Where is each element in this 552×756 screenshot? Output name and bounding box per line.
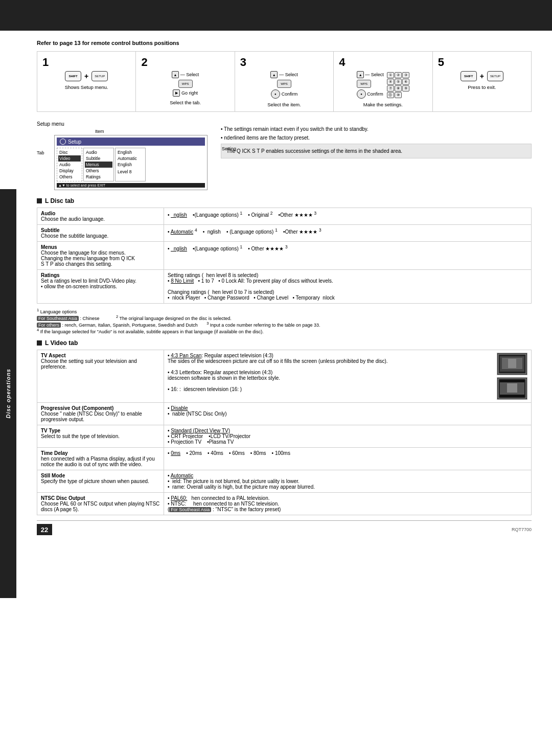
tvaspect-desc: Choose the setting suit your television …: [41, 358, 137, 370]
subtab-ratings[interactable]: Ratings: [85, 174, 112, 180]
pan-scan-svg: [498, 354, 526, 374]
model-number: RQT7700: [512, 527, 532, 532]
subtab-others[interactable]: Others: [85, 168, 112, 174]
num-2[interactable]: ②: [395, 72, 402, 78]
pan-scan-label: 4:3 Pan Scan: [171, 353, 201, 358]
num-1[interactable]: ①: [387, 72, 394, 78]
tvaspect-options-row: • 4:3 Pan Scan: Regular aspect televisio…: [168, 353, 527, 400]
shift-button[interactable]: SHIFT: [65, 71, 81, 81]
disc-subtitle-options: • Automatic 4 • nglish • (Language optio…: [164, 225, 531, 242]
tvtype-desc: Select to suit the type of television.: [41, 433, 120, 439]
page-number: 22: [37, 524, 52, 535]
item-label: Item: [95, 129, 211, 134]
confirm-btn-4[interactable]: ●: [357, 89, 366, 99]
step-3-icon-area: ▲ — Select WPS ● Confirm: [240, 71, 328, 99]
setting-auto: Automatic: [117, 155, 144, 162]
disc-bullet-icon: [37, 198, 42, 203]
video-row-ntsc: NTSC Disc Output Choose PAL 60 or NTSC o…: [37, 493, 532, 515]
numpad: ① ② ③ ④ ⑤ ⑥ ⑦ ⑧ ⑨ ⓪ ⑩: [387, 72, 409, 98]
num-5[interactable]: ⑤: [395, 79, 402, 85]
quick-setup-box: The Q ICK S T P enables successive setti…: [221, 144, 532, 158]
auto-label: Automatic: [171, 473, 193, 478]
timedelay-desc: hen connected with a Plasma display, adj…: [41, 456, 155, 467]
subtab-audio[interactable]: Audio: [85, 149, 112, 155]
setting-level8: Level 8: [117, 169, 144, 175]
step-1-num: 1: [42, 56, 130, 69]
video-row-progressive: Progressive Out (Component) Choose " nab…: [37, 403, 532, 425]
disc-operations-label: Disc operations: [5, 369, 11, 419]
menu-col1: Disc Video Audio Display Others: [57, 148, 82, 181]
video-row-timedelay: Time Delay hen connected with a Plasma d…: [37, 448, 532, 470]
step-2-icon-area: ▲ — Select WPS ▶ Go right: [141, 71, 229, 97]
step-4-icon-area: ▲ — Select WPS ● Confirm: [339, 71, 427, 99]
num-9[interactable]: ⑨: [402, 85, 409, 91]
setup-button[interactable]: SETUP: [91, 71, 108, 81]
others-label: For others: [37, 323, 61, 328]
setting-label: Setting: [222, 146, 236, 151]
tv-thumbnails: [497, 353, 527, 400]
confirm-btn-3[interactable]: ●: [271, 89, 280, 99]
setting-english2: English: [117, 162, 144, 168]
stillmode-item: Still Mode Specify the type of picture s…: [37, 470, 164, 493]
footnote-sea: For Southeast Asia : Chinese 2 The origi…: [37, 314, 532, 321]
step-1-icon-area: SHIFT + SETUP: [42, 71, 130, 81]
up-arrow[interactable]: ▲: [172, 71, 179, 78]
ntsc-title: NTSC Disc Output: [41, 495, 85, 501]
progressive-desc: Choose " nable (NTSC Disc Only)" to enab…: [41, 411, 142, 422]
step-5-label: Press to exit.: [438, 84, 526, 90]
setup-section: Setup menu Tab Item Setup Disc: [37, 121, 532, 190]
audio-english: _nglish: [171, 212, 187, 218]
right-arrow[interactable]: ▶: [173, 89, 180, 97]
disc-menus-title: Menus: [41, 244, 57, 250]
menu-grid: Disc Video Audio Display Others Audio Su…: [57, 148, 205, 181]
pal60-label: PAL60:: [171, 495, 187, 501]
plus-sign-1: +: [84, 72, 88, 80]
num-6[interactable]: ⑥: [402, 79, 409, 85]
svg-rect-3: [508, 359, 516, 368]
setup-left: Setup menu Tab Item Setup Disc: [37, 121, 211, 190]
tab-label: Tab: [37, 150, 44, 155]
tab-audio[interactable]: Audio: [58, 162, 81, 168]
num-0-left[interactable]: ⓪: [387, 92, 394, 98]
progressive-options: • Disable • nable (NTSC Disc Only): [164, 403, 531, 425]
tvaspect-text: • 4:3 Pan Scan: Regular aspect televisio…: [168, 353, 493, 392]
up-arrow-3[interactable]: ▲: [270, 71, 278, 78]
disc-row-subtitle: Subtitle Choose the subtitle language. •…: [37, 225, 532, 242]
setup-button-5[interactable]: SETUP: [487, 71, 503, 81]
video-tab-label: L Video tab: [45, 339, 78, 347]
num-0-right[interactable]: ⑩: [395, 92, 402, 98]
subtab-menus[interactable]: Menus: [85, 162, 112, 168]
step-4-label: Make the settings.: [339, 102, 427, 107]
tab-display[interactable]: Display: [58, 168, 81, 174]
tab-disc[interactable]: Disc: [58, 149, 81, 155]
disc-tab-label: L Disc tab: [45, 197, 74, 204]
disc-settings-table: Audio Choose the audio language. • _ngli…: [37, 208, 532, 304]
header-bar: [0, 0, 552, 31]
ratings-no-limit: 8 No Limit: [171, 278, 194, 284]
disc-row-audio: Audio Choose the audio language. • _ngli…: [37, 208, 532, 225]
video-row-stillmode: Still Mode Specify the type of picture s…: [37, 470, 532, 493]
num-8[interactable]: ⑧: [395, 85, 402, 91]
video-tvaspect-options: • 4:3 Pan Scan: Regular aspect televisio…: [164, 350, 531, 403]
up-arrow-4[interactable]: ▲: [357, 71, 364, 78]
footnote-area: 1 Language options For Southeast Asia : …: [37, 308, 532, 334]
tvaspect-title: TV Aspect: [41, 353, 66, 358]
setup-right: • The settings remain intact even if you…: [221, 121, 532, 190]
shift-button-5[interactable]: SHIFT: [461, 71, 477, 81]
step-2: 2 ▲ — Select WPS ▶ Go: [136, 52, 235, 111]
step-5-num: 5: [438, 56, 526, 69]
step-4-num: 4: [339, 56, 427, 69]
disc-ratings-title: Ratings: [41, 272, 60, 278]
tab-video[interactable]: Video: [58, 155, 81, 162]
svg-rect-7: [507, 383, 517, 393]
num-7[interactable]: ⑦: [387, 85, 394, 91]
num-4[interactable]: ④: [387, 79, 394, 85]
step-2-label: Select the tab.: [141, 100, 229, 105]
disc-row-menus: Menus Choose the language for disc menus…: [37, 242, 532, 270]
ntsc-item: NTSC Disc Output Choose PAL 60 or NTSC o…: [37, 493, 164, 515]
subtab-subtitle[interactable]: Subtitle: [85, 155, 112, 162]
num-3[interactable]: ③: [402, 72, 409, 78]
footnote-1: 1 Language options: [37, 308, 532, 314]
letterbox-svg: [498, 378, 526, 399]
tab-others[interactable]: Others: [58, 174, 81, 180]
